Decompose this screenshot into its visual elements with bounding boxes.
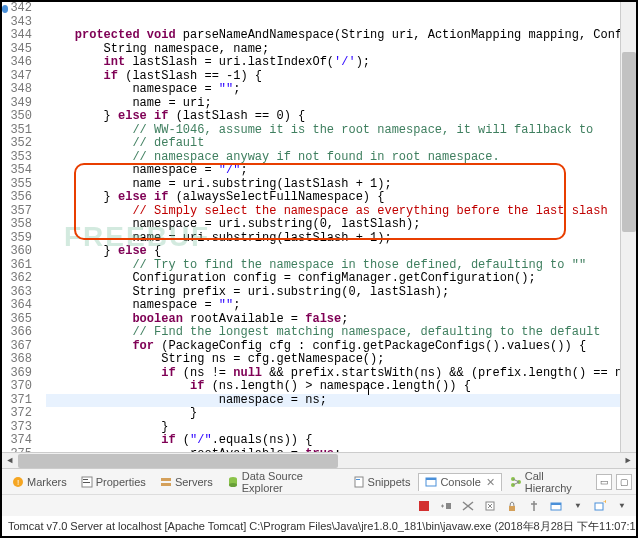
code-line[interactable]: // Try to find the namespace in those de…	[46, 259, 620, 273]
code-line[interactable]: // Simply select the namespace as everyt…	[46, 205, 620, 219]
line-number[interactable]: 363	[2, 286, 32, 300]
open-console-dropdown[interactable]: ▼	[570, 498, 586, 514]
horizontal-scrollbar[interactable]: ◄ ►	[2, 452, 636, 468]
code-line[interactable]: // namespace anyway if not found in root…	[46, 151, 620, 165]
horizontal-scrollbar-thumb[interactable]	[18, 454, 338, 468]
line-number[interactable]: 346	[2, 56, 32, 70]
line-number[interactable]: 375	[2, 448, 32, 453]
scroll-right-arrow[interactable]: ►	[620, 456, 636, 466]
line-number[interactable]: 372	[2, 407, 32, 421]
line-number[interactable]: 371	[2, 394, 32, 408]
line-number[interactable]: 344	[2, 29, 32, 43]
line-number[interactable]: 353	[2, 151, 32, 165]
snippets-icon	[353, 476, 365, 488]
line-number[interactable]: 367	[2, 340, 32, 354]
code-line[interactable]: rootAvailable = true;	[46, 448, 620, 453]
line-number[interactable]: 347	[2, 70, 32, 84]
line-number[interactable]: 360	[2, 245, 32, 259]
code-line[interactable]: if (lastSlash == -1) {	[46, 70, 620, 84]
code-line[interactable]: if ("/".equals(ns)) {	[46, 434, 620, 448]
line-number[interactable]: 343	[2, 16, 32, 30]
vertical-scrollbar[interactable]	[620, 2, 636, 452]
code-line[interactable]: } else if (lastSlash == 0) {	[46, 110, 620, 124]
line-number[interactable]: 368	[2, 353, 32, 367]
tab-call-hierarchy[interactable]: Call Hierarchy	[504, 468, 594, 496]
maximize-view-button[interactable]: ▢	[616, 474, 632, 490]
code-line[interactable]: String ns = cfg.getNamespace();	[46, 353, 620, 367]
code-content[interactable]: protected void parseNameAndNamespace(Str…	[46, 2, 620, 452]
code-line[interactable]: Configuration config = configManager.get…	[46, 272, 620, 286]
line-number[interactable]: 351	[2, 124, 32, 138]
line-number[interactable]: 369	[2, 367, 32, 381]
terminate-button[interactable]	[416, 498, 432, 514]
tab-markers[interactable]: ! Markers	[6, 474, 73, 490]
code-editor[interactable]: 3423433443453463473483493503513523533543…	[2, 2, 636, 452]
minimize-view-button[interactable]: ▭	[596, 474, 612, 490]
line-number[interactable]: 359	[2, 232, 32, 246]
close-icon[interactable]: ✕	[486, 476, 495, 489]
code-line[interactable]: namespace = "";	[46, 299, 620, 313]
code-line[interactable]: namespace = uri.substring(0, lastSlash);	[46, 218, 620, 232]
tab-servers[interactable]: Servers	[154, 474, 219, 490]
code-line[interactable]: } else {	[46, 245, 620, 259]
tab-console[interactable]: Console ✕	[418, 473, 501, 491]
line-number[interactable]: 374	[2, 434, 32, 448]
code-line[interactable]: protected void parseNameAndNamespace(Str…	[46, 29, 620, 43]
clear-console-button[interactable]	[482, 498, 498, 514]
breakpoint-marker[interactable]	[2, 5, 8, 13]
line-number[interactable]: 349	[2, 97, 32, 111]
line-number[interactable]: 354	[2, 164, 32, 178]
line-number[interactable]: 350	[2, 110, 32, 124]
line-number[interactable]: 348	[2, 83, 32, 97]
code-line[interactable]: for (PackageConfig cfg : config.getPacka…	[46, 340, 620, 354]
vertical-scrollbar-thumb[interactable]	[622, 52, 636, 232]
line-number[interactable]: 370	[2, 380, 32, 394]
code-line[interactable]: if (ns != null && prefix.startsWith(ns) …	[46, 367, 620, 381]
code-line[interactable]: } else if (alwaysSelectFullNamespace) {	[46, 191, 620, 205]
code-line[interactable]: if (ns.length() > namespace.length()) {	[46, 380, 620, 394]
scroll-left-arrow[interactable]: ◄	[2, 456, 18, 466]
code-line[interactable]: String prefix = uri.substring(0, lastSla…	[46, 286, 620, 300]
tab-label: Servers	[175, 476, 213, 488]
line-number[interactable]: 356	[2, 191, 32, 205]
code-line[interactable]: namespace = "/";	[46, 164, 620, 178]
code-line[interactable]: }	[46, 421, 620, 435]
line-number[interactable]: 345	[2, 43, 32, 57]
scroll-lock-button[interactable]	[504, 498, 520, 514]
code-line[interactable]: }	[46, 407, 620, 421]
svg-rect-18	[446, 503, 451, 509]
horizontal-scroll-track[interactable]	[18, 454, 620, 468]
tab-snippets[interactable]: Snippets	[347, 474, 417, 490]
console-content[interactable]: Tomcat v7.0 Server at localhost [Apache …	[2, 516, 636, 536]
remove-all-button[interactable]	[460, 498, 476, 514]
new-console-view-button[interactable]: +	[592, 498, 608, 514]
line-number[interactable]: 342	[2, 2, 32, 16]
code-line[interactable]: namespace = ns;	[46, 394, 620, 408]
code-line[interactable]: boolean rootAvailable = false;	[46, 313, 620, 327]
code-line[interactable]: namespace = "";	[46, 83, 620, 97]
line-number[interactable]: 358	[2, 218, 32, 232]
new-console-dropdown[interactable]: ▼	[614, 498, 630, 514]
tab-properties[interactable]: Properties	[75, 474, 152, 490]
code-line[interactable]: // default	[46, 137, 620, 151]
line-number[interactable]: 373	[2, 421, 32, 435]
remove-launch-button[interactable]	[438, 498, 454, 514]
line-number[interactable]: 361	[2, 259, 32, 273]
display-selected-console-button[interactable]	[548, 498, 564, 514]
line-number[interactable]: 362	[2, 272, 32, 286]
line-number[interactable]: 355	[2, 178, 32, 192]
code-line[interactable]: String namespace, name;	[46, 43, 620, 57]
line-number[interactable]: 357	[2, 205, 32, 219]
code-line[interactable]: int lastSlash = uri.lastIndexOf('/');	[46, 56, 620, 70]
code-line[interactable]: name = uri.substring(lastSlash + 1);	[46, 232, 620, 246]
code-line[interactable]: name = uri;	[46, 97, 620, 111]
code-line[interactable]: // Find the longest matching namespace, …	[46, 326, 620, 340]
line-number[interactable]: 366	[2, 326, 32, 340]
code-line[interactable]: name = uri.substring(lastSlash + 1);	[46, 178, 620, 192]
line-number[interactable]: 352	[2, 137, 32, 151]
tab-data-source-explorer[interactable]: Data Source Explorer	[221, 468, 345, 496]
line-number[interactable]: 364	[2, 299, 32, 313]
pin-console-button[interactable]	[526, 498, 542, 514]
line-number[interactable]: 365	[2, 313, 32, 327]
code-line[interactable]: // WW-1046, assume it is the root namesp…	[46, 124, 620, 138]
